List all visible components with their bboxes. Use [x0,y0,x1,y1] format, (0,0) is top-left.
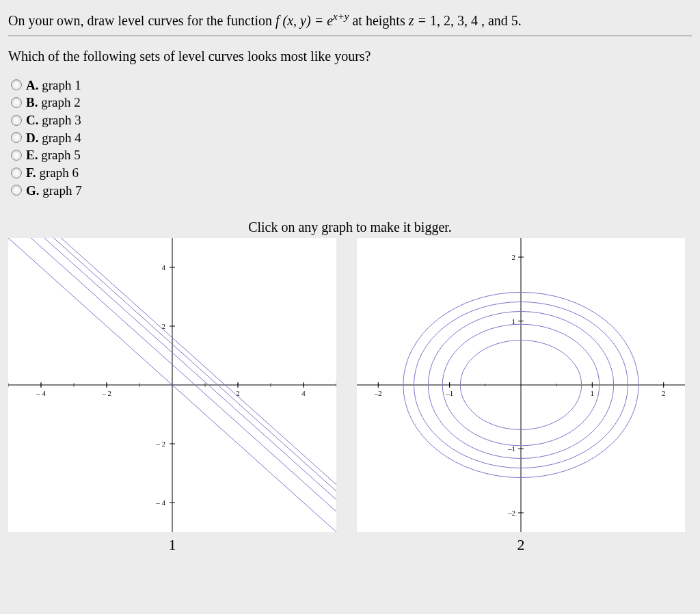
svg-text:4: 4 [162,263,166,271]
answer-options: A. graph 1 B. graph 2 C. graph 3 D. grap… [11,77,692,199]
svg-text:4: 4 [301,389,306,397]
graphs-row: – 4– 224– 4– 224 1 –2–112–2–112 2 [8,238,692,554]
svg-text:1: 1 [512,317,516,325]
heights-values: 1, 2, 3, 4 [430,13,478,28]
graph-tile-2[interactable]: –2–112–2–112 2 [357,238,685,554]
radio-icon[interactable] [11,97,22,108]
svg-text:– 2: – 2 [155,440,165,448]
option-d[interactable]: D. graph 4 [11,129,692,147]
svg-text:–2: –2 [507,509,515,517]
radio-icon[interactable] [11,150,22,161]
radio-icon[interactable] [11,132,22,143]
formula: f (x, y) = ex+y [275,13,352,28]
problem-statement: On your own, draw level curves for the f… [8,11,692,36]
graph-2-canvas[interactable]: –2–112–2–112 [357,238,685,532]
option-c[interactable]: C. graph 3 [11,111,692,129]
graph-1-label: 1 [169,536,176,554]
svg-text:1: 1 [591,389,595,397]
svg-text:2: 2 [512,253,516,261]
svg-text:–1: –1 [507,445,515,453]
svg-text:2: 2 [662,389,666,397]
radio-icon[interactable] [11,115,22,126]
graph-2-label: 2 [517,536,525,554]
radio-icon[interactable] [11,79,22,90]
statement-suffix: , and 5. [481,13,522,28]
svg-text:–1: –1 [445,389,453,397]
click-hint: Click on any graph to make it bigger. [8,219,692,235]
graph-tile-1[interactable]: – 4– 224– 4– 224 1 [8,238,336,554]
svg-text:– 2: – 2 [101,389,111,397]
option-g[interactable]: G. graph 7 [11,182,692,200]
graph-1-canvas[interactable]: – 4– 224– 4– 224 [8,238,336,532]
option-b[interactable]: B. graph 2 [11,94,692,111]
svg-text:–2: –2 [374,389,382,397]
svg-text:– 4: – 4 [155,498,165,507]
heights-var: z = [409,13,430,28]
statement-mid: at heights [352,13,408,28]
option-a[interactable]: A. graph 1 [11,77,692,94]
radio-icon[interactable] [11,168,22,178]
option-f[interactable]: F. graph 6 [11,164,692,182]
statement-prefix: On your own, draw level curves for the f… [8,13,275,28]
question-text: Which of the following sets of level cur… [8,49,692,64]
svg-text:– 4: – 4 [36,389,46,397]
radio-icon[interactable] [11,185,22,196]
option-e[interactable]: E. graph 5 [11,146,692,164]
